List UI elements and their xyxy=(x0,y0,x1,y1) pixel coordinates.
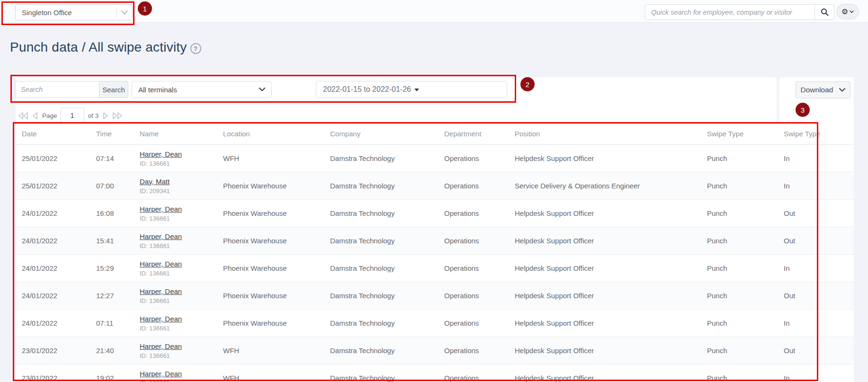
cell-department: Operations xyxy=(444,209,515,217)
office-selector-value: Singleton Office xyxy=(16,9,116,17)
table-row: 25/01/2022 07:00 Day, Matt ID: 209341 Ph… xyxy=(16,172,854,200)
cell-swipe-direction: Out xyxy=(784,237,854,245)
settings-button[interactable]: ⚙ xyxy=(836,4,859,19)
employee-id: ID: 136661 xyxy=(140,380,170,382)
cell-swipe-type: Punch xyxy=(707,237,784,245)
cell-swipe-type: Punch xyxy=(707,154,784,162)
search-button-label: Search xyxy=(102,86,125,94)
employee-name-link[interactable]: Harper, Dean xyxy=(140,342,182,350)
cell-swipe-direction: In xyxy=(784,319,854,327)
last-page-button[interactable] xyxy=(110,112,124,120)
topbar: Singleton Office ⚙ xyxy=(0,0,868,23)
cell-time: 07:00 xyxy=(96,182,140,190)
cell-location: Phoenix Warehouse xyxy=(223,182,330,190)
next-page-button[interactable] xyxy=(101,112,110,120)
employee-name-link[interactable]: Day, Matt xyxy=(140,178,170,186)
cell-position: Helpdesk Support Officer xyxy=(515,292,707,300)
cell-swipe-type: Punch xyxy=(707,182,784,190)
employee-name-link[interactable]: Harper, Dean xyxy=(140,370,182,378)
column-header-company: Company xyxy=(330,130,444,138)
cell-position: Helpdesk Support Officer xyxy=(515,319,707,327)
cell-company: Damstra Technology xyxy=(330,182,444,190)
employee-name-link[interactable]: Harper, Dean xyxy=(140,232,182,240)
cell-location: WFH xyxy=(223,374,330,382)
table-row: 23/01/2022 19:02 Harper, Dean ID: 136661… xyxy=(16,364,854,382)
cell-date: 24/01/2022 xyxy=(22,209,96,217)
page-number-input[interactable] xyxy=(61,107,84,124)
column-header-position: Position xyxy=(515,130,707,138)
cell-position: Helpdesk Support Officer xyxy=(515,237,707,245)
chevron-down-icon xyxy=(259,88,265,91)
cell-name: Harper, Dean ID: 136661 xyxy=(140,315,223,332)
employee-id: ID: 136661 xyxy=(140,160,170,167)
cell-location: Phoenix Warehouse xyxy=(223,319,330,327)
cell-name: Harper, Dean ID: 136661 xyxy=(140,232,223,249)
chevron-down-icon xyxy=(839,88,845,92)
date-range-value: 2022-01-15 to 2022-01-26 xyxy=(323,85,411,94)
cell-location: Phoenix Warehouse xyxy=(223,237,330,245)
cell-swipe-type: Punch xyxy=(707,209,784,217)
table-row: 24/01/2022 15:29 Harper, Dean ID: 136661… xyxy=(16,255,854,282)
page-title-text: Punch data / All swipe activity xyxy=(10,40,187,55)
download-button[interactable]: Download xyxy=(796,81,850,98)
search-icon xyxy=(821,8,829,16)
cell-location: Phoenix Warehouse xyxy=(223,264,330,272)
cell-time: 15:29 xyxy=(96,264,140,272)
cell-company: Damstra Technology xyxy=(330,319,444,327)
cell-date: 25/01/2022 xyxy=(22,182,96,190)
gear-icon: ⚙ xyxy=(841,8,848,16)
table-header-row: Date Time Name Location Company Departme… xyxy=(16,123,854,145)
annotation-badge-3: 3 xyxy=(796,103,810,117)
pagination: Page of 3 xyxy=(17,107,124,124)
page-title: Punch data / All swipe activity ? xyxy=(10,40,201,55)
employee-id: ID: 136661 xyxy=(140,270,170,277)
swipe-activity-table: Date Time Name Location Company Departme… xyxy=(16,123,854,382)
cell-location: WFH xyxy=(223,154,330,162)
cell-department: Operations xyxy=(444,374,515,382)
quick-search-input[interactable] xyxy=(645,4,815,20)
employee-name-link[interactable]: Harper, Dean xyxy=(140,287,182,295)
terminal-filter-select[interactable]: All terminals xyxy=(132,81,272,98)
table-row: 24/01/2022 15:41 Harper, Dean ID: 136661… xyxy=(16,227,854,255)
cell-department: Operations xyxy=(444,154,515,162)
chevron-down-icon xyxy=(116,10,132,15)
cell-date: 25/01/2022 xyxy=(22,154,96,162)
cell-company: Damstra Technology xyxy=(330,237,444,245)
date-range-picker[interactable]: 2022-01-15 to 2022-01-26 xyxy=(316,81,507,98)
cell-date: 24/01/2022 xyxy=(22,264,96,272)
cell-company: Damstra Technology xyxy=(330,209,444,217)
column-header-swipe-type: Swipe Type xyxy=(707,130,784,138)
table-body: 25/01/2022 07:14 Harper, Dean ID: 136661… xyxy=(16,145,854,382)
employee-name-link[interactable]: Harper, Dean xyxy=(140,315,182,323)
column-header-location: Location xyxy=(223,130,330,138)
cell-swipe-type: Punch xyxy=(707,292,784,300)
quick-search-button[interactable] xyxy=(814,4,834,20)
table-row: 24/01/2022 16:08 Harper, Dean ID: 136661… xyxy=(16,200,854,227)
cell-swipe-direction: In xyxy=(784,182,854,190)
page-label: Page xyxy=(42,112,57,119)
cell-date: 24/01/2022 xyxy=(22,237,96,245)
cell-time: 15:41 xyxy=(96,237,140,245)
column-header-swipe-direction: Swipe Type xyxy=(784,130,854,138)
chevron-down-icon xyxy=(850,10,854,13)
first-page-button[interactable] xyxy=(17,112,30,120)
cell-date: 24/01/2022 xyxy=(22,292,96,300)
cell-position: Helpdesk Support Officer xyxy=(515,154,707,162)
search-input[interactable] xyxy=(15,81,99,98)
employee-id: ID: 136661 xyxy=(140,352,170,359)
search-button[interactable]: Search xyxy=(99,81,128,98)
cell-position: Helpdesk Support Officer xyxy=(515,374,707,382)
cell-date: 23/01/2022 xyxy=(22,346,96,355)
office-selector[interactable]: Singleton Office xyxy=(15,4,133,20)
annotation-badge-1: 1 xyxy=(138,1,152,16)
cell-location: WFH xyxy=(223,346,330,355)
employee-name-link[interactable]: Harper, Dean xyxy=(140,260,182,268)
employee-name-link[interactable]: Harper, Dean xyxy=(140,205,182,213)
cell-time: 19:02 xyxy=(96,374,140,382)
previous-page-button[interactable] xyxy=(30,112,39,120)
employee-id: ID: 136661 xyxy=(140,325,170,332)
cell-company: Damstra Technology xyxy=(330,374,444,382)
help-icon[interactable]: ? xyxy=(190,43,201,54)
cell-swipe-direction: Out xyxy=(784,209,854,217)
employee-name-link[interactable]: Harper, Dean xyxy=(140,150,182,158)
